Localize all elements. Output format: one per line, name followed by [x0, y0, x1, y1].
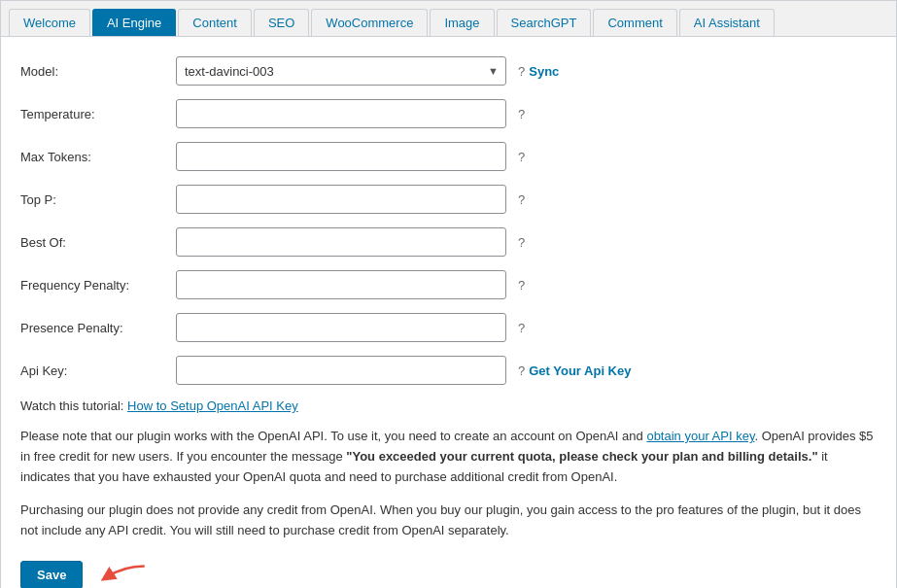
best-of-input-wrap: 1: [176, 227, 506, 257]
temperature-row: Temperature: 0.7 ?: [20, 99, 877, 128]
save-button[interactable]: Save: [20, 561, 83, 588]
tab-content[interactable]: Content: [178, 9, 252, 36]
temperature-input-wrap: 0.7: [176, 99, 506, 128]
api-key-row: Api Key: sk-4uWfdjbXDR8OOVRsXpp7T3BlbkFJ…: [20, 356, 877, 385]
top-p-row: Top P: 0.01 ?: [20, 185, 877, 214]
api-key-input-wrap: sk-4uWfdjbXDR8OOVRsXpp7T3BlbkFJu0WlzgDEP…: [176, 356, 506, 385]
max-tokens-help-icon[interactable]: ?: [518, 150, 525, 164]
presence-penalty-help-icon[interactable]: ?: [518, 321, 525, 335]
model-select[interactable]: text-davinci-003text-davinci-002gpt-3.5-…: [176, 56, 506, 86]
model-help-icon[interactable]: ?: [518, 64, 525, 79]
tab-comment[interactable]: Comment: [593, 9, 676, 36]
tab-ai-engine[interactable]: AI Engine: [92, 9, 176, 36]
frequency-penalty-label: Frequency Penalty:: [20, 278, 176, 293]
max-tokens-input-wrap: 1500: [176, 142, 506, 171]
temperature-input[interactable]: 0.7: [176, 99, 506, 128]
model-row: Model: text-davinci-003text-davinci-002g…: [20, 56, 877, 86]
obtain-api-key-link[interactable]: obtain your API key: [646, 429, 754, 443]
best-of-input[interactable]: 1: [176, 227, 506, 257]
frequency-penalty-help-icon[interactable]: ?: [518, 278, 525, 293]
presence-penalty-label: Presence Penalty:: [20, 321, 176, 335]
presence-penalty-input[interactable]: 0.01: [176, 313, 506, 342]
api-key-input[interactable]: sk-4uWfdjbXDR8OOVRsXpp7T3BlbkFJu0WlzgDEP…: [176, 356, 506, 385]
tab-seo[interactable]: SEO: [254, 9, 309, 36]
presence-penalty-input-wrap: 0.01: [176, 313, 506, 342]
tutorial-prefix: Watch this tutorial:: [20, 398, 123, 413]
best-of-label: Best Of:: [20, 235, 176, 250]
tutorial-link[interactable]: How to Setup OpenAI API Key: [127, 398, 298, 413]
temperature-help-icon[interactable]: ?: [518, 107, 525, 121]
save-wrap: Save: [20, 561, 877, 588]
tab-searchgpt[interactable]: SearchGPT: [497, 9, 592, 36]
note-1-bold: "You exceeded your current quota, please…: [346, 449, 817, 464]
note-1-before: Please note that our plugin works with t…: [20, 429, 646, 443]
top-p-input[interactable]: 0.01: [176, 185, 506, 214]
api-key-help-icon[interactable]: ?: [518, 363, 525, 378]
tutorial-line: Watch this tutorial: How to Setup OpenAI…: [20, 398, 877, 413]
max-tokens-input[interactable]: 1500: [176, 142, 506, 171]
temperature-label: Temperature:: [20, 107, 176, 121]
frequency-penalty-input[interactable]: 0.01: [176, 270, 506, 299]
main-container: Welcome AI Engine Content SEO WooCommerc…: [0, 0, 897, 588]
arrow-icon: [90, 561, 149, 588]
tab-bar: Welcome AI Engine Content SEO WooCommerc…: [1, 1, 896, 37]
tab-woocommerce[interactable]: WooCommerce: [311, 9, 428, 36]
model-input-wrap: text-davinci-003text-davinci-002gpt-3.5-…: [176, 56, 506, 86]
get-api-key-link[interactable]: Get Your Api Key: [529, 363, 631, 378]
tab-ai-assistant[interactable]: AI Assistant: [679, 9, 775, 36]
top-p-help-icon[interactable]: ?: [518, 192, 525, 207]
note-para-2: Purchasing our plugin does not provide a…: [20, 501, 877, 541]
best-of-help-icon[interactable]: ?: [518, 235, 525, 250]
model-label: Model:: [20, 64, 176, 79]
arrow-indicator: [90, 561, 149, 588]
tab-welcome[interactable]: Welcome: [9, 9, 90, 36]
note-para-1: Please note that our plugin works with t…: [20, 427, 877, 487]
tab-image[interactable]: Image: [430, 9, 494, 36]
best-of-row: Best Of: 1 ?: [20, 227, 877, 257]
frequency-penalty-input-wrap: 0.01: [176, 270, 506, 299]
presence-penalty-row: Presence Penalty: 0.01 ?: [20, 313, 877, 342]
max-tokens-label: Max Tokens:: [20, 150, 176, 164]
top-p-input-wrap: 0.01: [176, 185, 506, 214]
content-area: Model: text-davinci-003text-davinci-002g…: [1, 37, 896, 588]
max-tokens-row: Max Tokens: 1500 ?: [20, 142, 877, 171]
top-p-label: Top P:: [20, 192, 176, 207]
api-key-label: Api Key:: [20, 363, 176, 378]
sync-link[interactable]: Sync: [529, 64, 559, 79]
frequency-penalty-row: Frequency Penalty: 0.01 ?: [20, 270, 877, 299]
